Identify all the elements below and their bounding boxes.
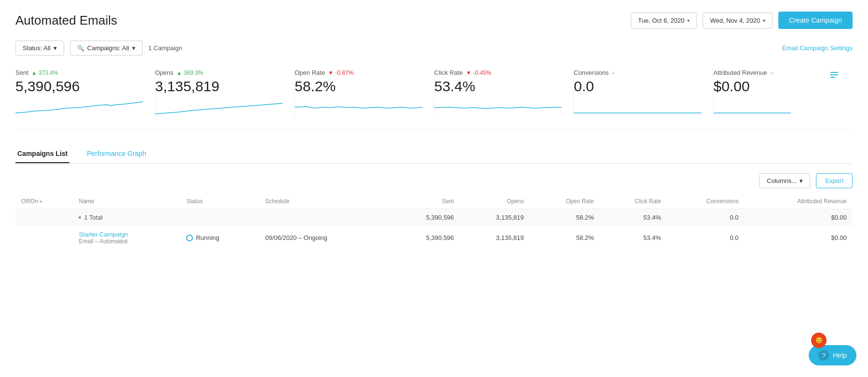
metric-opens: Opens ▲ 369.3% 3,135,819	[155, 69, 295, 117]
metric-open-rate-sparkline	[295, 98, 422, 116]
metric-conversions-change: –	[611, 70, 615, 76]
metric-sent-sparkline	[15, 98, 143, 116]
columns-button[interactable]: Columns... ▾	[760, 173, 810, 188]
tab-performance-graph[interactable]: Performance Graph	[85, 145, 148, 163]
email-settings-link[interactable]: Email Campaign Settings	[782, 44, 853, 52]
campaign-status-cell: Running	[180, 226, 259, 250]
metric-revenue-change: –	[770, 70, 773, 76]
metric-click-rate-value: 53.4%	[434, 78, 562, 95]
campaign-toggle-cell	[15, 226, 73, 250]
date-start-label: Tue, Oct 6, 2020	[638, 17, 684, 24]
chevron-down-icon: ▾	[687, 18, 690, 23]
table-toolbar: Columns... ▾ Export	[15, 173, 853, 188]
metric-opens-change: ▲ 369.3%	[176, 70, 203, 76]
total-opens: 3,135,819	[460, 209, 529, 226]
total-conversions: 0.0	[667, 209, 745, 226]
metric-open-rate: Open Rate ▼ -0.87% 58.2%	[295, 69, 434, 117]
col-header-offon: Off/On ▾	[15, 194, 73, 209]
campaign-name-link[interactable]: Starter Campaign	[79, 231, 175, 238]
campaign-schedule-cell: 09/06/2020 – Ongoing	[259, 226, 390, 250]
metric-sent-label: Sent	[15, 69, 28, 76]
campaign-subtype: Email – Automated	[79, 238, 175, 245]
metric-conversions: Conversions – 0.0	[574, 69, 714, 117]
total-open-rate: 58.2%	[529, 209, 599, 226]
metric-revenue-label: Attributed Revenue	[714, 69, 767, 76]
metric-click-rate-change: ▼ -0.45%	[466, 70, 491, 76]
col-header-schedule: Schedule	[259, 194, 390, 209]
campaign-status: Running	[186, 234, 254, 241]
metric-opens-sparkline	[155, 98, 283, 116]
col-header-revenue: Attributed Revenue	[744, 194, 853, 209]
metric-conversions-value: 0.0	[574, 78, 702, 95]
create-campaign-button[interactable]: Create Campaign	[778, 12, 853, 29]
metric-click-rate: Click Rate ▼ -0.45% 53.4%	[434, 69, 574, 117]
col-header-sent: Sent	[390, 194, 460, 209]
search-icon: 🔍	[77, 45, 84, 52]
total-revenue: $0.00	[744, 209, 853, 226]
metric-revenue: Attributed Revenue – $0.00	[714, 69, 853, 117]
campaign-conversions: 0.0	[667, 226, 745, 250]
status-circle-icon	[186, 235, 193, 241]
columns-label: Columns...	[767, 177, 797, 184]
page-title: Automated Emails	[15, 13, 117, 28]
metric-opens-value: 3,135,819	[155, 78, 283, 95]
total-count: 1 Total	[84, 214, 102, 221]
chevron-down-icon: ▾	[54, 44, 57, 52]
metric-open-rate-change: ▼ -0.87%	[328, 70, 353, 76]
date-end-label: Wed, Nov 4, 2020	[710, 17, 760, 24]
campaign-count: 1 Campaign	[149, 44, 182, 52]
col-header-click-rate: Click Rate	[600, 194, 667, 209]
date-start-picker[interactable]: Tue, Oct 6, 2020 ▾	[631, 13, 697, 28]
campaign-click-rate: 53.4%	[600, 226, 667, 250]
metric-revenue-value: $0.00	[714, 78, 791, 95]
header-controls: Tue, Oct 6, 2020 ▾ Wed, Nov 4, 2020 ▾ Cr…	[631, 12, 853, 29]
metric-sent-value: 5,390,596	[15, 78, 143, 95]
metric-open-rate-label: Open Rate	[295, 69, 325, 76]
chevron-down-icon: ▾	[40, 199, 42, 204]
campaign-sent: 5,390,596	[390, 226, 460, 250]
col-header-name: Name	[73, 194, 180, 209]
metric-sent: Sent ▲ 373.4% 5,390,596	[15, 69, 155, 117]
main-container: Automated Emails Tue, Oct 6, 2020 ▾ Wed,…	[0, 0, 868, 261]
table-total-row: ▾ 1 Total 5,390,596 3,135,819 58.2% 53.4…	[15, 209, 853, 226]
col-header-open-rate: Open Rate	[529, 194, 599, 209]
metric-revenue-sparkline	[714, 98, 791, 116]
view-tabs: Campaigns List Performance Graph	[15, 145, 853, 164]
date-end-picker[interactable]: Wed, Nov 4, 2020 ▾	[703, 13, 773, 28]
chevron-down-icon: ▾	[132, 44, 136, 52]
col-header-status: Status	[180, 194, 259, 209]
campaigns-table: Off/On ▾ Name Status Schedule Sent Opens…	[15, 194, 853, 250]
table-header: Off/On ▾ Name Status Schedule Sent Opens…	[15, 194, 853, 209]
chevron-down-icon: ▾	[79, 215, 81, 220]
total-click-rate: 53.4%	[600, 209, 667, 226]
columns-settings-icon[interactable]	[827, 69, 841, 81]
page-header: Automated Emails Tue, Oct 6, 2020 ▾ Wed,…	[15, 12, 853, 29]
campaign-revenue: $0.00	[744, 226, 853, 250]
metric-click-rate-sparkline	[434, 98, 562, 116]
metric-click-rate-label: Click Rate	[434, 69, 463, 76]
col-header-opens: Opens	[460, 194, 529, 209]
status-filter-button[interactable]: Status: All ▾	[15, 41, 64, 56]
campaign-opens: 3,135,819	[460, 226, 529, 250]
status-filter-label: Status: All	[23, 44, 51, 52]
campaign-status-label: Running	[196, 234, 219, 241]
metric-open-rate-value: 58.2%	[295, 78, 422, 95]
table-row: Starter Campaign Email – Automated Runni…	[15, 226, 853, 250]
chevron-down-icon: ▾	[800, 177, 803, 184]
col-header-conversions: Conversions	[667, 194, 745, 209]
campaign-name-cell: Starter Campaign Email – Automated	[73, 226, 180, 250]
export-button[interactable]: Export	[816, 173, 853, 188]
chevron-down-icon: ▾	[763, 18, 765, 23]
total-label: ▾ 1 Total	[79, 214, 175, 221]
metric-conversions-label: Conversions	[574, 69, 609, 76]
campaigns-filter-button[interactable]: 🔍 Campaigns: All ▾	[70, 41, 143, 56]
metric-opens-label: Opens	[155, 69, 174, 76]
metric-sent-change: ▲ 373.4%	[31, 70, 58, 76]
metrics-row: Sent ▲ 373.4% 5,390,596 Opens ▲ 369.3% 3…	[15, 69, 853, 129]
filter-bar: Status: All ▾ 🔍 Campaigns: All ▾ 1 Campa…	[15, 41, 853, 56]
filter-controls: Status: All ▾ 🔍 Campaigns: All ▾ 1 Campa…	[15, 41, 182, 56]
metric-conversions-sparkline	[574, 98, 702, 116]
campaigns-filter-label: Campaigns: All	[87, 44, 129, 52]
tab-campaigns-list[interactable]: Campaigns List	[15, 145, 69, 163]
total-sent: 5,390,596	[390, 209, 460, 226]
